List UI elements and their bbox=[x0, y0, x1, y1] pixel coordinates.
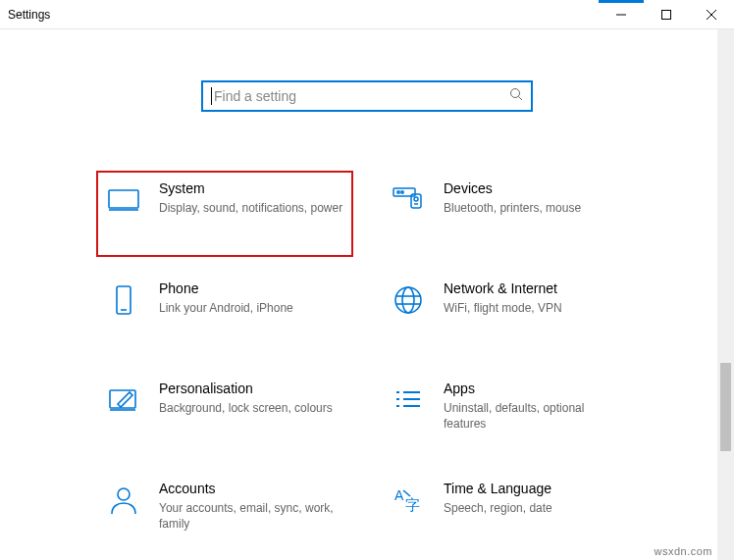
list-icon bbox=[391, 382, 426, 418]
tile-personalisation[interactable]: Personalisation Background, lock screen,… bbox=[96, 371, 353, 457]
tile-sub: Your accounts, email, sync, work, family bbox=[159, 500, 345, 532]
titlebar: Settings bbox=[0, 0, 734, 29]
minimize-icon bbox=[616, 10, 626, 20]
tile-text: Phone Link your Android, iPhone bbox=[159, 280, 293, 316]
globe-icon bbox=[391, 282, 426, 318]
svg-text:A: A bbox=[394, 487, 404, 503]
maximize-button[interactable] bbox=[644, 0, 689, 29]
tile-apps[interactable]: Apps Uninstall, defaults, optional featu… bbox=[381, 371, 638, 457]
tile-accounts[interactable]: Accounts Your accounts, email, sync, wor… bbox=[96, 471, 353, 557]
tile-title: Apps bbox=[444, 381, 630, 396]
text-cursor bbox=[211, 87, 212, 105]
tile-text: Accounts Your accounts, email, sync, wor… bbox=[159, 481, 345, 532]
svg-rect-6 bbox=[109, 190, 138, 208]
tile-text: Time & Language Speech, region, date bbox=[444, 481, 552, 516]
watermark: wsxdn.com bbox=[654, 545, 712, 557]
close-button[interactable] bbox=[689, 0, 734, 29]
tile-phone[interactable]: Phone Link your Android, iPhone bbox=[96, 271, 353, 357]
search-placeholder: Find a setting bbox=[214, 88, 509, 104]
tile-sub: Display, sound, notifications, power bbox=[159, 200, 342, 216]
search-input[interactable]: Find a setting bbox=[201, 80, 533, 112]
close-icon bbox=[707, 10, 716, 20]
tile-text: Network & Internet WiFi, flight mode, VP… bbox=[444, 280, 562, 316]
accent-strip bbox=[599, 0, 644, 3]
scrollbar-thumb[interactable] bbox=[720, 363, 731, 451]
svg-line-5 bbox=[519, 97, 523, 101]
tile-sub: Background, lock screen, colours bbox=[159, 400, 333, 416]
svg-point-17 bbox=[402, 287, 414, 313]
person-icon bbox=[106, 483, 141, 518]
svg-rect-1 bbox=[662, 11, 671, 20]
tile-title: Accounts bbox=[159, 481, 345, 496]
tile-title: Personalisation bbox=[159, 381, 333, 396]
tile-sub: Bluetooth, printers, mouse bbox=[444, 200, 581, 216]
settings-grid: System Display, sound, notifications, po… bbox=[96, 171, 638, 557]
tile-network[interactable]: Network & Internet WiFi, flight mode, VP… bbox=[381, 271, 638, 357]
tile-title: System bbox=[159, 180, 342, 196]
language-icon: A字 bbox=[391, 483, 426, 518]
display-icon bbox=[106, 182, 141, 218]
tile-text: System Display, sound, notifications, po… bbox=[159, 180, 342, 216]
tile-title: Network & Internet bbox=[444, 280, 562, 296]
tile-text: Apps Uninstall, defaults, optional featu… bbox=[444, 381, 630, 432]
tile-sub: Uninstall, defaults, optional features bbox=[444, 400, 630, 432]
svg-point-4 bbox=[511, 89, 520, 98]
svg-text:字: 字 bbox=[405, 496, 420, 513]
window-controls bbox=[599, 0, 734, 28]
svg-point-10 bbox=[401, 191, 403, 193]
search-wrap: Find a setting bbox=[0, 80, 734, 112]
tile-devices[interactable]: Devices Bluetooth, printers, mouse bbox=[381, 171, 638, 257]
tile-system[interactable]: System Display, sound, notifications, po… bbox=[96, 171, 353, 257]
tile-title: Time & Language bbox=[444, 481, 552, 496]
search-icon bbox=[509, 87, 523, 105]
svg-point-16 bbox=[395, 287, 421, 313]
svg-point-9 bbox=[397, 191, 399, 193]
window-title: Settings bbox=[8, 8, 50, 22]
svg-point-28 bbox=[118, 488, 130, 500]
tile-text: Personalisation Background, lock screen,… bbox=[159, 381, 333, 416]
tile-sub: WiFi, flight mode, VPN bbox=[444, 300, 562, 316]
maximize-icon bbox=[661, 10, 671, 20]
minimize-button[interactable] bbox=[599, 0, 644, 29]
svg-point-12 bbox=[414, 197, 418, 201]
devices-icon bbox=[391, 182, 426, 218]
tile-title: Phone bbox=[159, 280, 293, 296]
tile-sub: Speech, region, date bbox=[444, 500, 552, 516]
tile-sub: Link your Android, iPhone bbox=[159, 300, 293, 316]
paint-icon bbox=[106, 382, 141, 418]
tile-time-language[interactable]: A字 Time & Language Speech, region, date bbox=[381, 471, 638, 557]
tile-text: Devices Bluetooth, printers, mouse bbox=[444, 180, 581, 216]
phone-icon bbox=[106, 282, 141, 318]
vertical-scrollbar[interactable] bbox=[717, 29, 734, 560]
tile-title: Devices bbox=[444, 180, 581, 196]
